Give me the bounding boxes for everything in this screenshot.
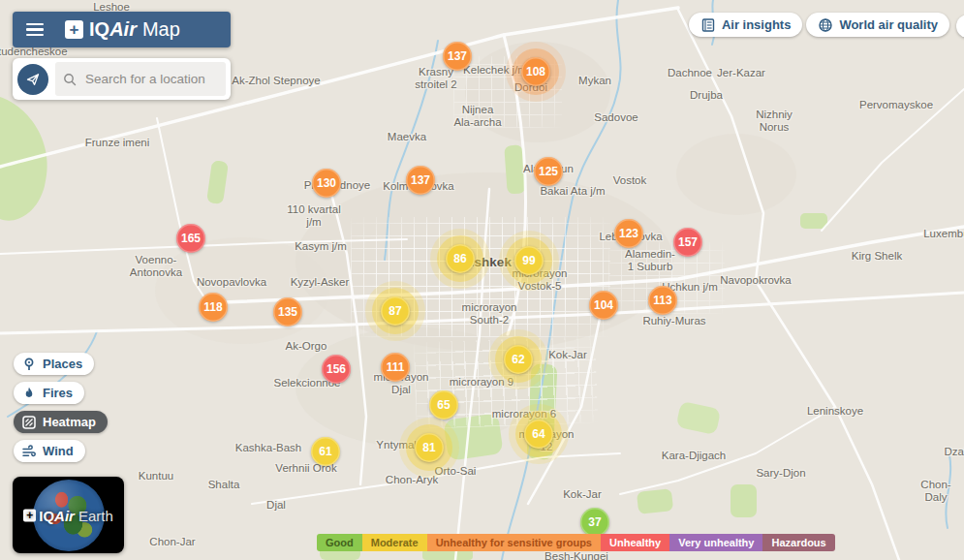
aqi-marker-104[interactable]: 104 xyxy=(589,291,618,320)
menu-button[interactable] xyxy=(13,15,53,45)
fires-button[interactable]: Fires xyxy=(14,382,84,404)
flame-icon xyxy=(21,386,37,401)
aqi-marker-65[interactable]: 65 xyxy=(429,390,458,420)
air-insights-button[interactable]: Air insights xyxy=(689,13,803,37)
aqi-marker-130[interactable]: 130 xyxy=(312,169,341,198)
earth-product-name: Earth xyxy=(78,507,113,523)
legend-good: Good xyxy=(317,534,362,551)
aqi-marker-37[interactable]: 37 xyxy=(580,508,609,537)
aqi-marker-108[interactable]: 108 xyxy=(521,57,550,86)
aqi-marker-118[interactable]: 118 xyxy=(199,293,228,322)
iqair-map-logo: + IQAir Map xyxy=(65,18,180,41)
search-field[interactable] xyxy=(55,62,226,96)
list-icon xyxy=(700,17,716,33)
aqi-marker-86[interactable]: 86 xyxy=(446,244,475,273)
aqi-marker-113[interactable]: 113 xyxy=(648,286,677,315)
legend-very-unhealthy: Very unhealthy xyxy=(669,534,762,551)
legend-hazardous: Hazardous xyxy=(762,534,834,551)
iqair-plus-icon: + xyxy=(23,509,36,521)
aqi-marker-135[interactable]: 135 xyxy=(273,297,302,327)
aqi-marker-111[interactable]: 111 xyxy=(381,353,410,382)
legend-unhealthy: Unhealthy xyxy=(601,534,669,551)
aqi-marker-99[interactable]: 99 xyxy=(514,246,544,275)
iqair-map-app: LeshoeStudencheskoeAk-Zhol StepnoyeFrunz… xyxy=(0,0,964,560)
layer-buttons: Places Fires Heatmap Wind xyxy=(14,353,108,462)
aqi-marker-157[interactable]: 157 xyxy=(673,228,702,257)
legend-moderate: Moderate xyxy=(362,534,427,551)
aqi-marker-165[interactable]: 165 xyxy=(176,224,205,253)
wind-button[interactable]: Wind xyxy=(14,440,85,462)
hamburger-icon xyxy=(26,23,44,36)
brand-text: IQAir xyxy=(89,18,137,41)
locate-button[interactable] xyxy=(17,64,48,95)
aqi-marker-61[interactable]: 61 xyxy=(311,437,340,466)
aqi-legend: GoodModerateUnhealthy for sensitive grou… xyxy=(317,534,835,551)
world-air-quality-label: World air quality xyxy=(839,17,938,32)
aqi-marker-137[interactable]: 137 xyxy=(443,42,472,71)
air-insights-label: Air insights xyxy=(722,17,792,32)
places-label: Places xyxy=(43,357,82,371)
world-air-quality-button[interactable]: World air quality xyxy=(806,13,949,37)
top-buttons: Air insights World air quality xyxy=(689,13,949,37)
aqi-marker-87[interactable]: 87 xyxy=(381,296,410,326)
search-card xyxy=(13,58,231,100)
heatmap-button[interactable]: Heatmap xyxy=(14,411,108,433)
wind-icon xyxy=(21,444,37,459)
aqi-marker-123[interactable]: 123 xyxy=(614,219,643,248)
aqi-marker-137[interactable]: 137 xyxy=(406,166,435,195)
fires-label: Fires xyxy=(43,386,73,400)
aqi-marker-125[interactable]: 125 xyxy=(534,157,563,186)
pin-icon xyxy=(21,357,37,372)
app-header: + IQAir Map xyxy=(13,12,231,47)
search-icon xyxy=(62,72,78,87)
aqi-marker-62[interactable]: 62 xyxy=(504,345,533,374)
aqi-marker-81[interactable]: 81 xyxy=(415,433,444,462)
aqi-marker-156[interactable]: 156 xyxy=(322,355,351,384)
heatmap-label: Heatmap xyxy=(43,415,96,429)
search-input[interactable] xyxy=(83,71,213,87)
places-button[interactable]: Places xyxy=(14,353,94,375)
iqair-plus-icon: + xyxy=(65,20,83,39)
aqi-marker-64[interactable]: 64 xyxy=(524,420,553,449)
legend-unhealthy-for-sensitive-groups: Unhealthy for sensitive groups xyxy=(427,534,601,551)
earth-preview-button[interactable]: + IQAir Earth xyxy=(13,477,124,553)
wind-label: Wind xyxy=(43,444,74,458)
paper-plane-icon xyxy=(25,72,41,87)
globe-icon xyxy=(818,17,833,33)
iqair-earth-logo: + IQAir Earth xyxy=(13,507,124,523)
heatmap-icon xyxy=(21,415,37,430)
product-name: Map xyxy=(142,18,180,41)
